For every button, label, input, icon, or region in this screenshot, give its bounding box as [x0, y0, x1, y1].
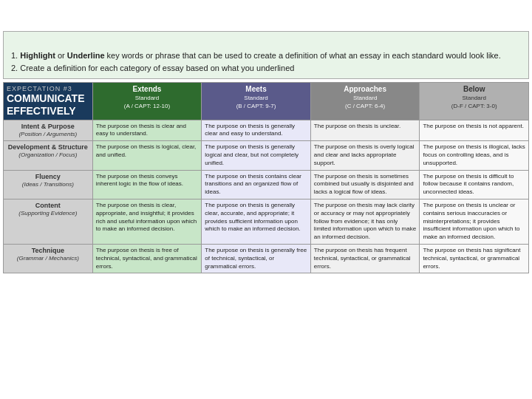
col-header-approaches: Approaches Standard (C / CAPT: 6-4)	[310, 83, 420, 120]
rubric-cell: The purpose on thesis is unclear or cont…	[420, 199, 529, 244]
rubric-table: EXPECTATION #3 COMMUNICATEEFFECTIVELY Ex…	[3, 82, 529, 273]
rubric-cell: The purpose on thesis contains clear tra…	[202, 170, 311, 199]
rubric-cell: The purpose on thesis is sometimes combi…	[310, 170, 420, 199]
table-row: Technique(Grammar / Mechanics)The purpos…	[4, 244, 529, 273]
row-label: Content(Supporting Evidence)	[4, 199, 93, 244]
rubric-cell: The purpose on thesis is generally free …	[202, 244, 311, 273]
rubric-expectation-label: EXPECTATION #3	[7, 85, 89, 92]
page-title	[15, 7, 517, 27]
rubric-cell: The purpose on thesis is generally clear…	[202, 199, 311, 244]
task-instruction-2: 2. Create a definition for each category…	[11, 64, 294, 72]
rubric-main-title: COMMUNICATEEFFECTIVELY	[7, 92, 89, 117]
rubric-cell: The purpose on thesis is unclear.	[310, 120, 420, 141]
col-header-below: Below Standard (D-F / CAPT: 3-0)	[420, 83, 529, 120]
rubric-cell: The purpose on thesis is difficult to fo…	[420, 170, 529, 199]
rubric-cell: The purpose on thesis is free of technic…	[92, 244, 202, 273]
table-row: Development & Structure(Organization / F…	[4, 141, 529, 170]
task-box: 1. Highlight or Underline key words or p…	[3, 31, 529, 79]
rubric-header-title: EXPECTATION #3 COMMUNICATEEFFECTIVELY	[4, 83, 93, 120]
row-label: Intent & Purpose(Position / Arguments)	[4, 120, 93, 141]
rubric-cell: The purpose on thesis has significant te…	[420, 244, 529, 273]
rubric-cell: The purpose on thesis is clear and easy …	[92, 120, 202, 141]
table-row: Intent & Purpose(Position / Arguments)Th…	[4, 120, 529, 141]
rubric-cell: The purpose on thesis is overly logical …	[310, 141, 420, 170]
rubric-cell: The purpose on thesis conveys inherent l…	[92, 170, 202, 199]
rubric-cell: The purpose on thesis is generally logic…	[202, 141, 311, 170]
rubric-cell: The purpose on thesis has frequent techn…	[310, 244, 420, 273]
rubric-cell: The purpose on thesis is generally clear…	[202, 120, 311, 141]
row-label: Development & Structure(Organization / F…	[4, 141, 93, 170]
col-header-extends: Extends Standard (A / CAPT: 12-10)	[92, 83, 202, 120]
col-header-meets: Meets Standard (B / CAPT: 9-7)	[202, 83, 311, 120]
page-header	[0, 0, 532, 31]
task-instruction-1: 1. Highlight or Underline key words or p…	[11, 51, 501, 60]
row-label: Fluency(Ideas / Transitions)	[4, 170, 93, 199]
table-row: Fluency(Ideas / Transitions)The purpose …	[4, 170, 529, 199]
rubric-cell: The purpose on thesis is illogical, lack…	[420, 141, 529, 170]
rubric-cell: The purpose on thesis is clear, appropri…	[92, 199, 202, 244]
rubric-cell: The purpose on thesis is logical, clear,…	[92, 141, 202, 170]
table-row: Content(Supporting Evidence)The purpose …	[4, 199, 529, 244]
rubric-cell: The purpose on thesis is not apparent.	[420, 120, 529, 141]
row-label: Technique(Grammar / Mechanics)	[4, 244, 93, 273]
rubric-cell: The purpose on thesis may lack clarity o…	[310, 199, 420, 244]
